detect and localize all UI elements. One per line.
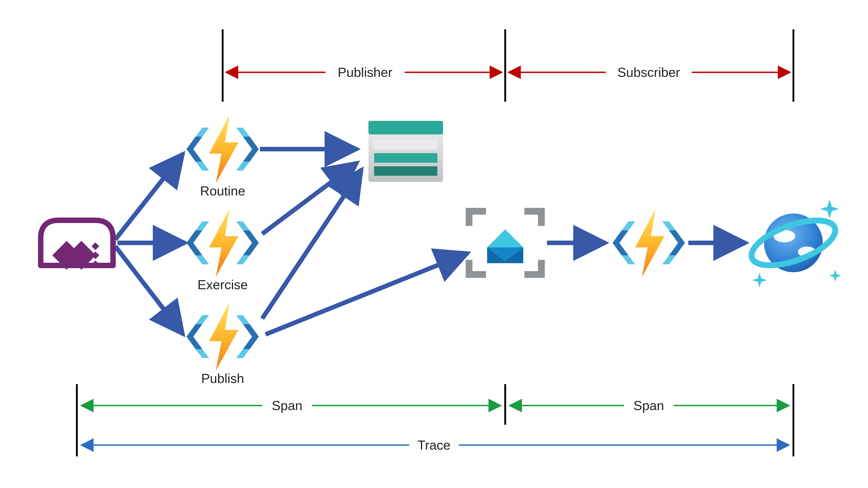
svg-rect-27 [374,166,437,176]
svg-line-9 [115,154,183,239]
trace-label: Trace [417,437,451,452]
function-subscriber [613,209,685,277]
function-publish-label: Publish [201,371,244,386]
span2-label: Span [633,398,664,413]
svg-line-14 [262,169,362,319]
service-bus-icon [469,211,541,274]
storage-table-icon [368,121,443,182]
bottom-dimension: Span Span Trace [77,384,794,456]
function-publish: Publish [186,303,259,386]
top-dimension: Publisher Subscriber [223,29,794,102]
cosmos-db-icon [746,199,841,288]
svg-rect-24 [368,121,443,134]
diagram-canvas: Publisher Subscriber Routine Exercise Pu… [0,0,868,488]
function-exercise: Exercise [186,209,259,292]
function-routine-label: Routine [200,184,245,198]
subscriber-label: Subscriber [617,65,680,79]
publisher-label: Publisher [338,65,393,79]
svg-rect-21 [92,242,99,250]
svg-marker-28 [487,229,523,248]
svg-line-11 [115,246,183,334]
source-icon [41,220,113,270]
function-exercise-label: Exercise [197,277,248,292]
svg-rect-26 [374,153,437,163]
function-routine: Routine [186,115,259,198]
svg-rect-25 [374,140,437,150]
span1-label: Span [272,398,302,413]
